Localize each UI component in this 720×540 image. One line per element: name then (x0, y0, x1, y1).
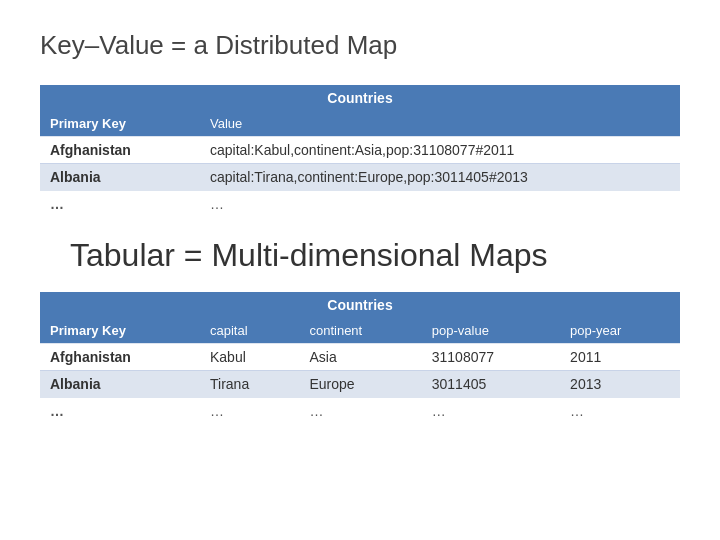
multi-col-popyear-header: pop-year (560, 318, 680, 344)
kv-col-value-header: Value (200, 111, 680, 137)
multi-col-popval-header: pop-value (422, 318, 560, 344)
kv-row3-value: … (200, 191, 680, 218)
multi-row3-popval: … (422, 398, 560, 425)
kv-table-header: Countries (40, 85, 680, 111)
kv-row1-value: capital:Kabul,continent:Asia,pop:3110807… (200, 137, 680, 164)
kv-row2-key: Albania (40, 164, 200, 191)
multi-col-capital-header: capital (200, 318, 299, 344)
multi-table: Countries Primary Key capital continent … (40, 292, 680, 424)
table-row: Albania capital:Tirana,continent:Europe,… (40, 164, 680, 191)
page-title: Key–Value = a Distributed Map (40, 30, 680, 61)
multi-row3-popyear: … (560, 398, 680, 425)
table-row: Afghanistan Kabul Asia 31108077 2011 (40, 344, 680, 371)
multi-col-key-header: Primary Key (40, 318, 200, 344)
kv-table: Countries Primary Key Value Afghanistan … (40, 85, 680, 217)
kv-table-section: Countries Primary Key Value Afghanistan … (40, 85, 680, 217)
kv-row3-key: … (40, 191, 200, 218)
multi-row1-popyear: 2011 (560, 344, 680, 371)
table-row: … … (40, 191, 680, 218)
multi-col-continent-header: continent (299, 318, 421, 344)
kv-row1-key: Afghanistan (40, 137, 200, 164)
multi-row1-popval: 31108077 (422, 344, 560, 371)
kv-row2-value: capital:Tirana,continent:Europe,pop:3011… (200, 164, 680, 191)
multi-row2-popyear: 2013 (560, 371, 680, 398)
multi-row2-continent: Europe (299, 371, 421, 398)
multi-table-header: Countries (40, 292, 680, 318)
multi-row3-continent: … (299, 398, 421, 425)
table-row: … … … … … (40, 398, 680, 425)
table-row: Afghanistan capital:Kabul,continent:Asia… (40, 137, 680, 164)
section-title: Tabular = Multi-dimensional Maps (70, 237, 680, 274)
multi-row1-key: Afghanistan (40, 344, 200, 371)
multi-row2-popval: 3011405 (422, 371, 560, 398)
table-row: Albania Tirana Europe 3011405 2013 (40, 371, 680, 398)
multi-row1-continent: Asia (299, 344, 421, 371)
kv-col-primary-header: Primary Key (40, 111, 200, 137)
multi-row3-capital: … (200, 398, 299, 425)
multi-row2-capital: Tirana (200, 371, 299, 398)
multi-row1-capital: Kabul (200, 344, 299, 371)
multi-row3-key: … (40, 398, 200, 425)
multi-table-section: Countries Primary Key capital continent … (40, 292, 680, 424)
multi-row2-key: Albania (40, 371, 200, 398)
